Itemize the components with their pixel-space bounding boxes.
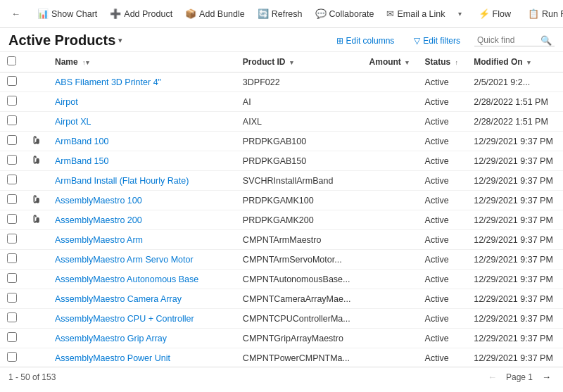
row-select-checkbox[interactable]: [7, 253, 17, 263]
run-report-icon: 📋: [528, 8, 539, 19]
row-name-cell: ArmBand Install (Flat Hourly Rate): [48, 171, 236, 191]
row-checkbox-cell: [0, 171, 24, 191]
row-select-checkbox[interactable]: [7, 273, 17, 283]
product-name-link[interactable]: AssemblyMaestro Power Unit: [55, 353, 170, 363]
row-product-id-cell: SVCHRInstallArmBand: [236, 171, 362, 191]
next-icon: →: [542, 372, 551, 382]
product-name-link[interactable]: ArmBand 150: [55, 156, 108, 166]
th-product-id[interactable]: Product ID ▾: [236, 52, 362, 72]
products-table: Name ↑▾ Product ID ▾ Amount ▾ Status ↑ M…: [0, 52, 563, 367]
row-select-checkbox[interactable]: [7, 175, 17, 184]
row-amount-cell: [362, 132, 418, 151]
page-indicator: Page 1: [506, 372, 533, 382]
add-bundle-button[interactable]: 📦 Add Bundle: [179, 6, 251, 22]
add-product-icon: ➕: [110, 8, 121, 19]
th-modified-on[interactable]: Modified On ▾: [467, 52, 563, 72]
row-product-id-cell: PRDPKGAB100: [236, 132, 362, 151]
footer-nav: ← Page 1 →: [484, 370, 555, 384]
row-status-cell: Active: [418, 72, 467, 92]
row-name-cell: AssemblyMaestro Grip Array: [48, 329, 236, 348]
row-product-id-cell: CMPNTCPUControllerMa...: [236, 309, 362, 329]
row-product-id-cell: CMPNTArmServoMotor...: [236, 250, 362, 270]
row-select-checkbox[interactable]: [7, 234, 17, 244]
row-select-checkbox[interactable]: [7, 352, 17, 362]
next-page-button[interactable]: →: [538, 370, 555, 384]
run-report-button[interactable]: 📋 Run Report: [522, 6, 563, 22]
add-bundle-icon: 📦: [185, 8, 196, 19]
row-name-cell: AssemblyMaestro Camera Array: [48, 289, 236, 309]
row-amount-cell: [362, 309, 418, 329]
refresh-button[interactable]: 🔄 Refresh: [252, 6, 308, 22]
footer: 1 - 50 of 153 ← Page 1 →: [0, 367, 563, 386]
row-name-cell: AssemblyMaestro 100: [48, 191, 236, 210]
row-select-checkbox[interactable]: [7, 332, 17, 342]
row-modified-cell: 12/29/2021 9:37 PM: [467, 348, 563, 367]
product-name-link[interactable]: AssemblyMaestro Grip Array: [55, 334, 167, 343]
row-product-id-cell: AIXL: [236, 112, 362, 132]
row-checkbox-cell: [0, 348, 24, 367]
row-checkbox-cell: [0, 210, 24, 230]
th-status[interactable]: Status ↑: [418, 52, 467, 72]
product-name-link[interactable]: AssemblyMaestro 100: [55, 196, 142, 206]
product-name-link[interactable]: AssemblyMaestro Arm Servo Motor: [55, 255, 194, 265]
product-name-link[interactable]: AssemblyMaestro Autonomous Base: [55, 274, 198, 284]
filter-icon: ▽: [414, 36, 420, 46]
product-name-link[interactable]: Airpot XL: [55, 117, 91, 127]
row-select-checkbox[interactable]: [7, 115, 17, 125]
row-checkbox-cell: [0, 270, 24, 289]
row-amount-cell: [362, 171, 418, 191]
modified-sort-icon: ▾: [527, 59, 531, 66]
th-checkbox: [0, 52, 24, 72]
edit-filters-button[interactable]: ▽ Edit filters: [408, 33, 466, 49]
row-modified-cell: 2/28/2022 1:51 PM: [467, 112, 563, 132]
row-product-id-cell: CMPNTCameraArrayMae...: [236, 289, 362, 309]
row-status-cell: Active: [418, 92, 467, 112]
table-row: ArmBand 100PRDPKGAB100Active12/29/2021 9…: [0, 132, 563, 151]
flow-button[interactable]: ⚡ Flow: [473, 6, 517, 22]
row-amount-cell: [362, 112, 418, 132]
row-status-cell: Active: [418, 210, 467, 230]
row-select-checkbox[interactable]: [7, 96, 17, 106]
row-checkbox-cell: [0, 230, 24, 250]
row-status-cell: Active: [418, 329, 467, 348]
product-name-link[interactable]: AssemblyMaestro CPU + Controller: [55, 314, 194, 324]
row-icon-cell: [24, 171, 48, 191]
status-sort-icon: ↑: [455, 59, 459, 66]
edit-columns-button[interactable]: ⊞ Edit columns: [331, 33, 400, 49]
product-name-link[interactable]: AssemblyMaestro 200: [55, 215, 142, 225]
product-name-link[interactable]: Airpot: [55, 97, 78, 107]
toolbar: ← 📊 Show Chart ➕ Add Product 📦 Add Bundl…: [0, 0, 563, 28]
row-name-cell: AssemblyMaestro CPU + Controller: [48, 309, 236, 329]
th-name[interactable]: Name ↑▾: [48, 52, 236, 72]
row-name-cell: AssemblyMaestro Arm Servo Motor: [48, 250, 236, 270]
name-sort-icon: ↑▾: [82, 59, 89, 66]
quick-find-container: 🔍: [474, 35, 555, 46]
row-select-checkbox[interactable]: [7, 76, 17, 86]
show-chart-button[interactable]: 📊 Show Chart: [32, 6, 103, 22]
title-chevron[interactable]: ▾: [118, 36, 122, 45]
row-modified-cell: 12/29/2021 9:37 PM: [467, 132, 563, 151]
add-product-button[interactable]: ➕ Add Product: [104, 6, 178, 22]
product-name-link[interactable]: AssemblyMaestro Arm: [55, 235, 143, 245]
th-icon: [24, 52, 48, 72]
product-name-link[interactable]: AssemblyMaestro Camera Array: [55, 294, 182, 304]
product-name-link[interactable]: ArmBand 100: [55, 137, 108, 146]
th-amount[interactable]: Amount ▾: [362, 52, 418, 72]
email-link-button[interactable]: ✉ Email a Link: [381, 6, 450, 22]
select-all-checkbox[interactable]: [7, 56, 16, 65]
product-name-link[interactable]: ABS Filament 3D Printer 4": [55, 77, 161, 87]
row-select-checkbox[interactable]: [7, 293, 17, 303]
row-select-checkbox[interactable]: [7, 312, 17, 322]
collaborate-button[interactable]: 💬 Collaborate: [310, 6, 380, 22]
back-button[interactable]: ←: [6, 6, 26, 22]
quick-find-input[interactable]: [477, 35, 540, 45]
product-name-link[interactable]: ArmBand Install (Flat Hourly Rate): [55, 176, 189, 186]
search-icon[interactable]: 🔍: [540, 35, 552, 46]
row-select-checkbox[interactable]: [7, 194, 17, 204]
row-select-checkbox[interactable]: [7, 155, 17, 165]
row-select-checkbox[interactable]: [7, 214, 17, 224]
row-product-id-cell: CMPNTPowerCMPNTMa...: [236, 348, 362, 367]
prev-page-button[interactable]: ←: [484, 370, 500, 384]
email-chevron-button[interactable]: ▾: [453, 7, 467, 20]
row-select-checkbox[interactable]: [7, 135, 17, 145]
